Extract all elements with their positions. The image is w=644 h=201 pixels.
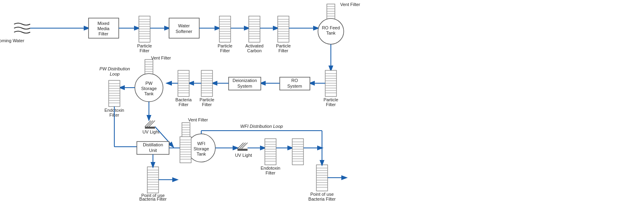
pf5-label-l2: Filter <box>202 102 212 107</box>
svg-rect-107 <box>237 149 248 151</box>
pf3-label-l2: Filter <box>279 48 289 53</box>
uv1-label: UV Light <box>142 129 159 134</box>
bacteria-filter-bottom-right <box>316 165 328 191</box>
pw-distribution-loop-label-l1: PW Distribution <box>99 66 130 71</box>
incoming-water-label: Incoming Water <box>0 38 25 43</box>
uv-light-1 <box>145 121 155 129</box>
wfi-distribution-loop-label: WFI Distribution Loop <box>240 124 283 129</box>
dist-label-l2: Unit <box>149 148 157 153</box>
bfbr-label-l1: Point of use <box>310 192 334 197</box>
water-softener-box <box>169 18 199 38</box>
svg-text:Filter: Filter <box>99 31 109 36</box>
ac-label-l1: Activated <box>245 43 263 48</box>
pw-distribution-loop-label-l2: Loop <box>110 72 120 76</box>
particle-filter-wfi-out <box>292 139 303 165</box>
bacteria-filter-1 <box>178 70 189 96</box>
wfi-label-l2: Storage <box>194 146 209 151</box>
bfbr-label-l2: Bacteria Filter <box>308 197 336 201</box>
particle-filter-pw-out <box>180 137 191 163</box>
pf5-label-l1: Particle <box>200 97 215 102</box>
particle-filter-3 <box>278 16 289 42</box>
ef2-label-l1: Endotoxin <box>261 166 281 170</box>
vent-filter-pw <box>145 59 153 75</box>
activated-carbon-filter <box>249 16 260 42</box>
ros-label-l2: System <box>287 84 302 88</box>
diagram: Incoming Water Mixed Media Filter Partic… <box>0 0 644 201</box>
wfi-label-l3: Tank <box>196 152 206 156</box>
rft-label-l1: RO Feed <box>322 25 340 30</box>
vent-filter-wfi <box>182 123 190 138</box>
wfi-label-l1: WFI <box>197 141 205 146</box>
vent-filter-top-label: Vent Filter <box>340 2 360 7</box>
pw-label-l1: PW <box>145 81 153 86</box>
ros-label-l1: RO <box>291 78 298 83</box>
pw-label-l2: Storage <box>141 86 157 91</box>
mmf-label: Mixed <box>97 21 109 26</box>
bf1-label-l2: Filter <box>179 102 189 107</box>
vent-filter-wfi-label: Vent Filter <box>188 117 208 122</box>
vent-filter-top <box>327 4 335 19</box>
svg-rect-97 <box>145 127 155 129</box>
rft-label-l2: Tank <box>326 31 336 35</box>
uv-light-2 <box>237 143 248 151</box>
ac-label-l2: Carbon <box>247 48 262 53</box>
particle-filter-5 <box>201 70 213 96</box>
uv2-label: UV Light <box>235 153 252 158</box>
di-label-l2: System <box>237 84 252 88</box>
pf1-label-l1: Particle <box>137 43 152 48</box>
particle-filter-2 <box>219 16 231 42</box>
svg-text:Media: Media <box>97 26 110 31</box>
pf1-label-l2: Filter <box>140 48 150 53</box>
pw-label-l3: Tank <box>144 91 154 96</box>
bfbl-label-l2: Bacteria Filter <box>139 197 167 201</box>
pf2-label-l1: Particle <box>218 43 233 48</box>
pf3-label-l1: Particle <box>276 43 291 48</box>
bf1-label-l1: Bacteria <box>175 97 192 102</box>
pf4-label-l2: Filter <box>326 102 336 107</box>
particle-filter-4 <box>325 70 336 96</box>
vent-filter-pw-label: Vent Filter <box>151 55 171 60</box>
ws-label-l1: Water <box>178 23 190 28</box>
pf2-label-l2: Filter <box>220 48 230 53</box>
incoming-water-symbol <box>14 23 30 33</box>
endotoxin-filter-1 <box>109 80 120 107</box>
bacteria-filter-bottom-left <box>147 167 159 193</box>
dist-label-l1: Distillation <box>143 142 163 147</box>
ef2-label-l2: Filter <box>266 170 276 175</box>
particle-filter-1 <box>139 16 150 42</box>
di-label-l1: Deionization <box>233 78 257 83</box>
pf4-label-l1: Particle <box>324 97 339 102</box>
ws-label-l2: Softener <box>175 29 192 34</box>
endotoxin-filter-2 <box>265 139 276 165</box>
